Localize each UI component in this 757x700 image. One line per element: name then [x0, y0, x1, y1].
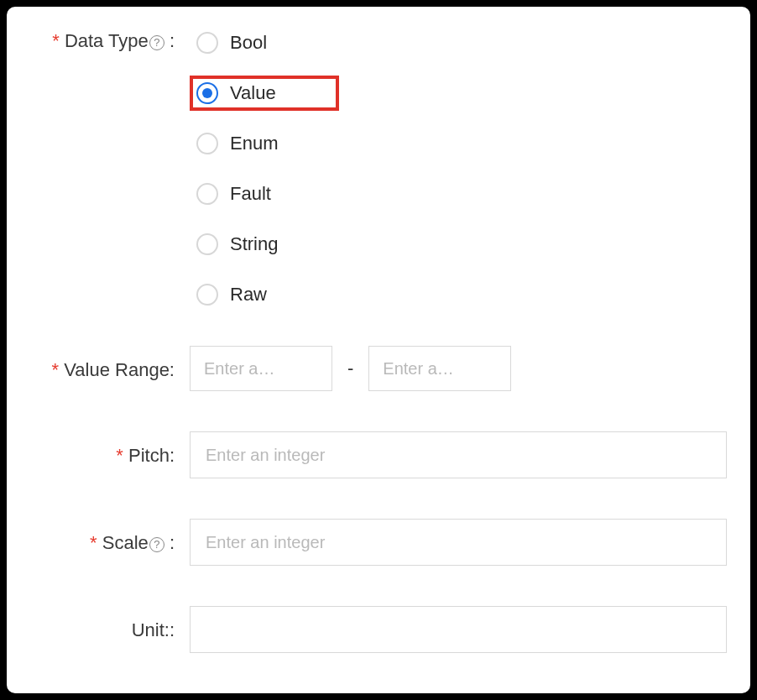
radio-icon — [196, 233, 218, 255]
row-pitch: Pitch: — [32, 431, 725, 478]
radio-string[interactable]: String — [190, 227, 725, 262]
form-panel: Data Type? : Bool Value Enum Fault — [7, 7, 750, 693]
value-range-max-input[interactable] — [368, 346, 511, 391]
scale-input[interactable] — [190, 519, 727, 566]
radio-string-label: String — [230, 233, 278, 255]
value-range-fields: - — [190, 346, 725, 391]
label-unit: Unit:: — [32, 606, 190, 646]
data-type-label-text: Data Type — [52, 30, 149, 51]
radio-icon — [196, 284, 218, 306]
radio-icon — [196, 32, 218, 54]
radio-bool-label: Bool — [230, 32, 267, 54]
label-pitch: Pitch: — [32, 431, 190, 472]
label-scale: Scale? : — [32, 519, 190, 559]
radio-enum[interactable]: Enum — [190, 126, 725, 161]
radio-value-label: Value — [230, 82, 276, 104]
radio-bool[interactable]: Bool — [190, 25, 725, 60]
radio-raw-label: Raw — [230, 284, 267, 306]
radio-value[interactable]: Value — [190, 76, 339, 111]
row-unit: Unit:: — [32, 606, 725, 653]
help-icon[interactable]: ? — [149, 35, 164, 50]
range-separator: - — [347, 358, 353, 379]
pitch-label-text: Pitch: — [116, 445, 175, 466]
row-value-range: Value Range: - — [32, 346, 725, 391]
radio-fault-label: Fault — [230, 183, 271, 205]
radio-enum-label: Enum — [230, 133, 278, 154]
unit-input[interactable] — [190, 606, 727, 653]
data-type-options: Bool Value Enum Fault String — [190, 25, 725, 312]
value-range-label-text: Value Range: — [52, 359, 175, 380]
pitch-input[interactable] — [190, 431, 727, 478]
radio-raw[interactable]: Raw — [190, 277, 725, 312]
value-range-min-input[interactable] — [190, 346, 332, 391]
radio-fault[interactable]: Fault — [190, 176, 725, 212]
row-data-type: Data Type? : Bool Value Enum Fault — [32, 25, 725, 312]
scale-label-text: Scale — [90, 532, 149, 553]
row-scale: Scale? : — [32, 519, 725, 566]
label-data-type: Data Type? : — [32, 25, 190, 57]
unit-label-text: Unit:: — [132, 619, 175, 640]
radio-icon — [196, 133, 218, 154]
radio-icon — [196, 183, 218, 205]
help-icon[interactable]: ? — [149, 537, 164, 552]
label-value-range: Value Range: — [32, 346, 190, 386]
radio-icon — [196, 82, 218, 104]
